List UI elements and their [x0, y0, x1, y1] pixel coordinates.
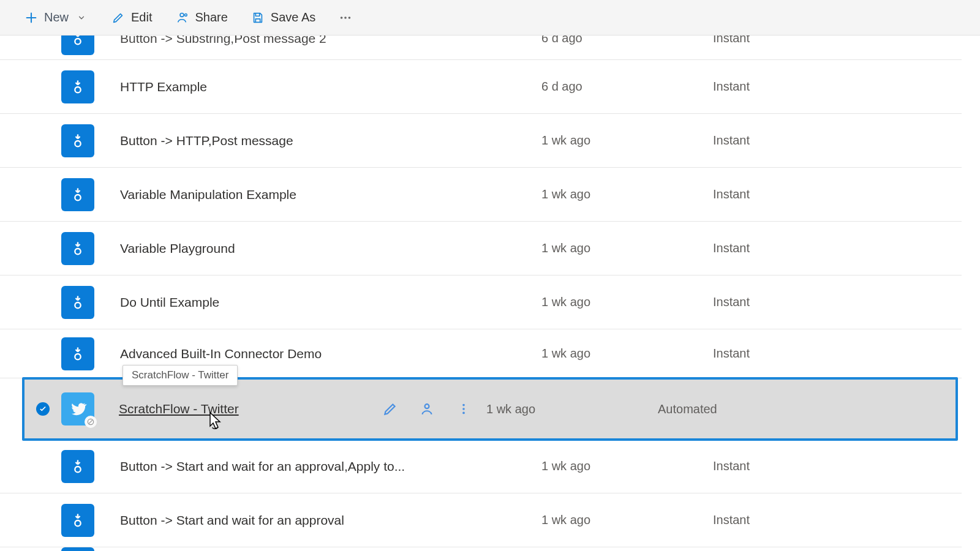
- flow-modified: 1 wk ago: [541, 187, 713, 201]
- flow-type: Instant: [713, 133, 811, 148]
- svg-point-10: [75, 302, 80, 308]
- save-icon: [251, 11, 265, 24]
- flow-type: Automated: [658, 402, 756, 416]
- flow-type-icon: [61, 450, 94, 483]
- flow-type-icon: [61, 337, 94, 370]
- flow-type-icon: [61, 124, 94, 157]
- svg-point-11: [75, 354, 80, 359]
- flow-type: Instant: [713, 241, 811, 255]
- pencil-icon: [111, 11, 125, 24]
- disabled-icon: [85, 416, 97, 428]
- svg-point-8: [75, 195, 80, 200]
- flow-list: Button -> Substring,Post message 2 6 d a…: [0, 36, 980, 551]
- edit-row-icon[interactable]: [382, 401, 398, 417]
- flow-title: Do Until Example: [120, 295, 437, 310]
- svg-point-4: [349, 17, 351, 19]
- flow-modified: 1 wk ago: [541, 459, 713, 473]
- chevron-down-icon: [75, 11, 88, 24]
- flow-row[interactable]: [0, 547, 962, 551]
- flow-row[interactable]: Button -> Substring,Post message 2 6 d a…: [0, 36, 962, 60]
- flow-title: Button -> Start and wait for an approval…: [120, 459, 437, 474]
- svg-point-13: [425, 404, 429, 408]
- flow-row[interactable]: Button -> HTTP,Post message 1 wk ago Ins…: [0, 114, 962, 168]
- save-as-label: Save As: [271, 10, 315, 24]
- flow-row[interactable]: Do Until Example 1 wk ago Instant: [0, 276, 962, 329]
- flow-row[interactable]: Variable Playground 1 wk ago Instant: [0, 222, 962, 276]
- flow-title: Button -> Start and wait for an approval: [120, 513, 437, 528]
- flow-modified: 1 wk ago: [486, 402, 658, 416]
- more-row-icon[interactable]: [456, 401, 472, 417]
- save-as-button[interactable]: Save As: [251, 10, 315, 24]
- flow-type-icon: [61, 178, 94, 211]
- flow-type-icon: [61, 232, 94, 265]
- svg-point-2: [341, 17, 343, 19]
- flow-title: Button -> HTTP,Post message: [120, 133, 437, 148]
- svg-point-9: [75, 249, 80, 254]
- flow-type: Instant: [713, 36, 811, 45]
- flow-row[interactable]: Button -> Start and wait for an approval…: [0, 493, 962, 547]
- flow-modified: 1 wk ago: [541, 347, 713, 361]
- flow-type-icon: [61, 547, 94, 551]
- flow-type: Instant: [713, 295, 811, 309]
- svg-point-1: [185, 13, 187, 16]
- flow-modified: 1 wk ago: [541, 295, 713, 309]
- svg-point-5: [75, 39, 80, 44]
- svg-point-15: [462, 408, 465, 410]
- flow-row[interactable]: HTTP Example 6 d ago Instant: [0, 60, 962, 114]
- flow-row[interactable]: Variable Manipulation Example 1 wk ago I…: [0, 168, 962, 222]
- svg-point-0: [181, 13, 184, 17]
- svg-point-3: [344, 17, 347, 19]
- flow-title: Button -> Substring,Post message 2: [120, 36, 437, 46]
- flow-type: Instant: [713, 80, 811, 94]
- flow-title: HTTP Example: [120, 80, 437, 94]
- svg-point-18: [75, 520, 80, 526]
- flow-modified: 1 wk ago: [541, 133, 713, 148]
- flow-row[interactable]: Advanced Built-In Connector Demo 1 wk ag…: [0, 329, 962, 378]
- flow-row[interactable]: Button -> Start and wait for an approval…: [0, 440, 962, 493]
- flow-row-selected[interactable]: ScratchFlow - Twitter 1 wk ago Automated: [22, 377, 958, 441]
- share-row-icon[interactable]: [419, 401, 435, 417]
- more-button[interactable]: [339, 11, 352, 24]
- share-label: Share: [195, 10, 227, 24]
- svg-point-16: [462, 412, 465, 414]
- svg-point-7: [75, 141, 80, 146]
- flow-modified: 6 d ago: [541, 80, 713, 94]
- flow-title: Variable Playground: [120, 241, 437, 256]
- row-actions: [382, 401, 486, 417]
- new-label: New: [44, 10, 69, 24]
- ellipsis-icon: [339, 11, 352, 24]
- svg-point-6: [75, 87, 80, 92]
- flow-modified: 1 wk ago: [541, 241, 713, 255]
- flow-type: Instant: [713, 347, 811, 361]
- flow-title-link[interactable]: ScratchFlow - Twitter: [119, 402, 382, 416]
- twitter-icon: [61, 392, 94, 425]
- flow-type: Instant: [713, 459, 811, 473]
- svg-point-17: [75, 467, 80, 472]
- flow-type-icon: [61, 70, 94, 103]
- command-bar: New Edit Share Save As: [0, 0, 980, 36]
- plus-icon: [24, 11, 38, 24]
- flow-type-icon: [61, 504, 94, 537]
- edit-label: Edit: [131, 10, 152, 24]
- flow-title: Variable Manipulation Example: [120, 187, 437, 202]
- tooltip: ScratchFlow - Twitter: [123, 365, 238, 386]
- new-button[interactable]: New: [24, 10, 88, 24]
- flow-type-icon: [61, 36, 94, 55]
- share-button[interactable]: Share: [175, 10, 227, 24]
- flow-type-icon: [61, 286, 94, 319]
- flow-modified: 6 d ago: [541, 36, 713, 45]
- checkmark-icon[interactable]: [36, 402, 50, 416]
- flow-title: Advanced Built-In Connector Demo: [120, 347, 437, 361]
- svg-point-14: [462, 404, 465, 407]
- edit-button[interactable]: Edit: [111, 10, 152, 24]
- share-icon: [175, 11, 189, 24]
- flow-type: Instant: [713, 187, 811, 201]
- flow-modified: 1 wk ago: [541, 513, 713, 527]
- flow-type: Instant: [713, 513, 811, 527]
